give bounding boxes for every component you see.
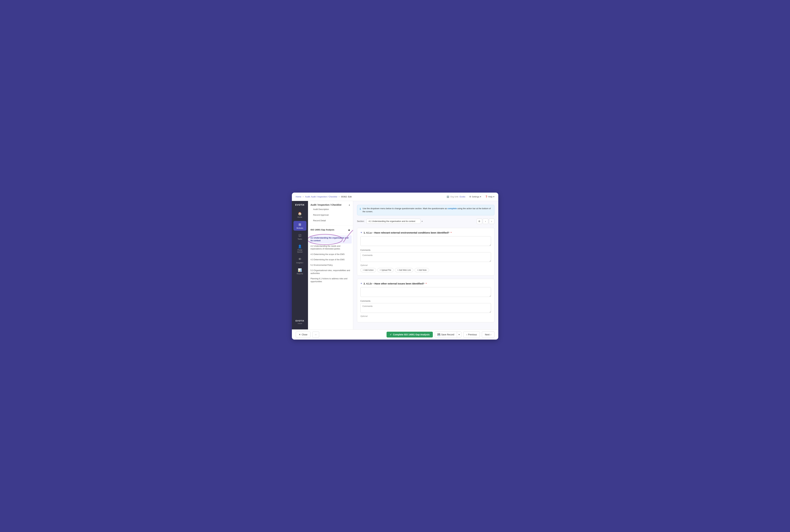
insights-icon: 👁 bbox=[298, 258, 301, 261]
upload-file-btn[interactable]: + Upload File bbox=[377, 268, 393, 272]
sidebar-item-insights[interactable]: 👁 Insights+ bbox=[293, 256, 306, 265]
panel-nav-record-detail[interactable]: Record Detail bbox=[311, 218, 350, 223]
modules-icon: ⊞ bbox=[298, 223, 301, 226]
save-group: 💾 Save Record ▾ bbox=[435, 331, 461, 338]
iso-nav-item-4-3b[interactable]: 4.3 Determining the scope of the EMS bbox=[308, 257, 353, 263]
question-2-toggle[interactable]: ▼ bbox=[361, 282, 362, 285]
help-menu[interactable]: ❓ Help ▾ bbox=[485, 195, 494, 198]
left-panel: Audit / Inspection / Checklist ▲ Audit D… bbox=[308, 201, 353, 329]
next-button[interactable]: Next › bbox=[482, 331, 494, 338]
add-note-btn[interactable]: + Add Note bbox=[415, 268, 429, 272]
close-label: Close bbox=[302, 333, 308, 336]
breadcrumb-module[interactable]: Audit: Audit / Inspection / Checklist bbox=[305, 195, 337, 198]
settings-menu[interactable]: ⚙ Settings ▾ bbox=[469, 195, 481, 198]
sidebar-item-modules[interactable]: ⊞ Modules bbox=[293, 221, 306, 231]
save-label: Save Record bbox=[441, 333, 454, 336]
sidebar-item-label: Home bbox=[297, 216, 302, 218]
sidebar-item-tasks[interactable]: ☑ Tasks bbox=[293, 232, 306, 242]
section-dropdown-wrap: 4.1 Understanding the organisation and i… bbox=[366, 219, 424, 224]
chevron-up-icon: ▲ bbox=[348, 228, 350, 231]
panel-section-1-header[interactable]: Audit / Inspection / Checklist ▲ bbox=[311, 204, 350, 206]
panel-section-2: ISO 14001 Gap Analysis ▲ 4.1 Understandi… bbox=[308, 226, 353, 286]
check-icon: ✓ bbox=[390, 333, 392, 336]
prev-label: Previous bbox=[468, 333, 477, 336]
complete-button[interactable]: ✓ Complete ISO 14001 Gap Analysis bbox=[387, 332, 433, 338]
iso-nav-item-4-1[interactable]: 4.1 Understanding the organisation and i… bbox=[309, 235, 352, 244]
iso-section-header[interactable]: ISO 14001 Gap Analysis ▲ bbox=[308, 226, 353, 234]
question-2-header: ▼ 2. 4.1.b – Have other external issues … bbox=[361, 282, 491, 285]
iso-nav-item-4-2[interactable]: 4.2 Understanding the needs and expectat… bbox=[308, 244, 353, 252]
sidebar-item-reports[interactable]: 📊 Reports bbox=[293, 267, 306, 276]
save-button[interactable]: 💾 Save Record bbox=[435, 332, 457, 338]
help-label: Help bbox=[488, 195, 493, 198]
breadcrumb-current: 00362: Edit bbox=[341, 195, 352, 198]
sidebar-item-label: Reports bbox=[297, 273, 303, 274]
chevron-down-icon: ▾ bbox=[480, 195, 481, 198]
org-value: Evotix bbox=[460, 195, 465, 198]
panel-nav-audit-description[interactable]: Audit Description bbox=[311, 207, 350, 212]
settings-icon-btn[interactable]: ⚙ bbox=[477, 218, 482, 224]
save-caret-button[interactable]: ▾ bbox=[457, 332, 461, 338]
iso-nav-items: 4.1 Understanding the organisation and i… bbox=[308, 234, 353, 286]
previous-button[interactable]: ‹ Previous bbox=[463, 331, 480, 338]
section-dropdown[interactable]: 4.1 Understanding the organisation and i… bbox=[366, 219, 421, 224]
add-action-btn[interactable]: + Add Action bbox=[361, 268, 376, 272]
sidebar-item-label: Tasks bbox=[297, 238, 302, 240]
question-1-title: 1. 4.1.a – Have relevant external enviro… bbox=[364, 231, 452, 234]
sidebar-item-portal-queue[interactable]: 👤 Portal Queue bbox=[293, 243, 306, 254]
main-content: ℹ Use the dropdown menu below to change … bbox=[353, 201, 498, 329]
section-actions: ⚙ ‹ › bbox=[477, 218, 494, 224]
question-1-header: ▼ 1. 4.1.a – Have relevant external envi… bbox=[361, 231, 491, 234]
question-1-comments-label: Comments bbox=[361, 249, 491, 251]
next-icon: › bbox=[491, 333, 491, 336]
iso-nav-item-6-1[interactable]: Planning 6.1 Actions to address risks an… bbox=[308, 276, 353, 284]
settings-label: Settings bbox=[472, 195, 479, 198]
prev-icon: ‹ bbox=[466, 333, 467, 336]
question-1-required: * bbox=[451, 231, 452, 234]
portal-queue-icon: 👤 bbox=[298, 245, 302, 248]
sidebar-bottom: EVOTIX Assure bbox=[296, 320, 304, 327]
bottom-bar: ✕ Close ··· ✓ Complete ISO 14001 Gap Ana… bbox=[292, 329, 498, 340]
next-section-btn[interactable]: › bbox=[489, 218, 494, 224]
info-banner: ℹ Use the dropdown menu below to change … bbox=[357, 205, 494, 215]
question-2-comments[interactable] bbox=[361, 303, 491, 313]
sidebar-logo: EVOTIX bbox=[295, 204, 305, 206]
panel-section-1: Audit / Inspection / Checklist ▲ Audit D… bbox=[308, 201, 353, 226]
section-label: Section: bbox=[357, 220, 365, 223]
chevron-down-icon: ▾ bbox=[493, 195, 494, 198]
question-2-optional: Optional bbox=[361, 315, 491, 317]
question-1-actions: + Add Action + Upload File + Add Web Lin… bbox=[361, 268, 491, 272]
breadcrumb-home[interactable]: Home bbox=[296, 195, 301, 198]
prev-section-btn[interactable]: ‹ bbox=[483, 218, 488, 224]
bottom-logo: EVOTIX bbox=[296, 320, 304, 322]
question-1-comments[interactable] bbox=[361, 252, 491, 262]
breadcrumb-sep1: > bbox=[302, 195, 304, 198]
sidebar-item-home[interactable]: 🏠 Home bbox=[293, 210, 306, 220]
breadcrumb-sep2: > bbox=[338, 195, 340, 198]
question-1-optional: Optional bbox=[361, 264, 491, 266]
breadcrumb: Home > Audit: Audit / Inspection / Check… bbox=[296, 195, 352, 198]
gear-icon: ⚙ bbox=[469, 195, 471, 198]
question-2-comments-label: Comments bbox=[361, 300, 491, 302]
complete-label: Complete ISO 14001 Gap Analysis bbox=[393, 333, 429, 336]
org-unit: 🏢 Org Unit: Evotix bbox=[446, 195, 465, 198]
question-2-answer[interactable] bbox=[361, 287, 491, 297]
info-icon: ℹ bbox=[360, 207, 361, 211]
question-1-toggle[interactable]: ▼ bbox=[361, 231, 362, 234]
sidebar-item-label: Portal Queue bbox=[295, 249, 305, 253]
panel-section-1-items: Audit Description Record Approval Record… bbox=[311, 207, 350, 223]
chevron-up-icon: ▲ bbox=[348, 204, 350, 206]
panel-nav-record-approval[interactable]: Record Approval bbox=[311, 212, 350, 217]
question-card-1: ▼ 1. 4.1.a – Have relevant external envi… bbox=[357, 228, 494, 276]
more-button[interactable]: ··· bbox=[312, 331, 319, 338]
iso-nav-item-5-2[interactable]: 5.2 Environmental Policy bbox=[308, 263, 353, 268]
top-nav-right: 🏢 Org Unit: Evotix ⚙ Settings ▾ ❓ Help ▾ bbox=[446, 195, 494, 198]
close-button[interactable]: ✕ Close bbox=[296, 331, 311, 338]
iso-nav-item-4-3a[interactable]: 4.3 Determining the scope of the EMS bbox=[308, 252, 353, 257]
reports-icon: 📊 bbox=[298, 268, 302, 272]
add-web-link-btn[interactable]: + Add Web Link bbox=[395, 268, 413, 272]
question-1-answer[interactable] bbox=[361, 236, 491, 246]
top-nav: Home > Audit: Audit / Inspection / Check… bbox=[292, 193, 498, 201]
iso-nav-item-5-3[interactable]: 5.3 Organisational roles, responsibiliti… bbox=[308, 268, 353, 276]
question-card-2: ▼ 2. 4.1.b – Have other external issues … bbox=[357, 279, 494, 322]
